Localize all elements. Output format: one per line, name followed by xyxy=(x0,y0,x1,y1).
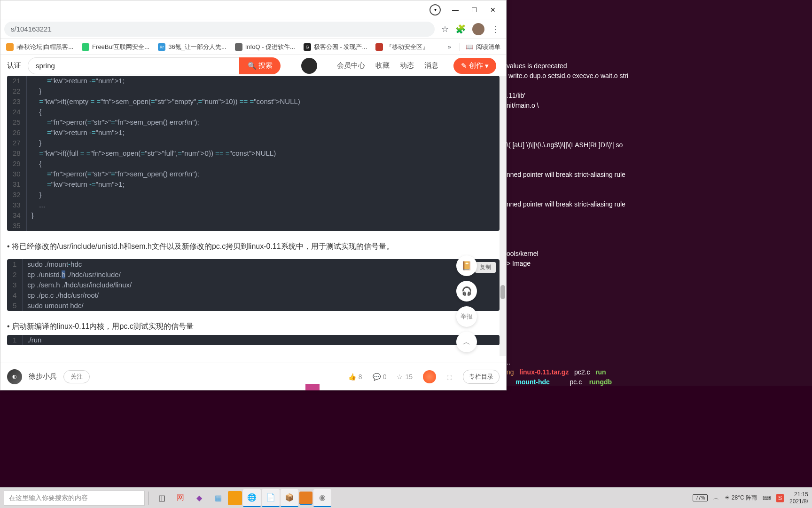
start-search-input[interactable]: 在这里输入你要搜索的内容 xyxy=(4,491,145,506)
term-line xyxy=(507,150,811,160)
term-line xyxy=(507,308,811,318)
taskbar-app-icon[interactable] xyxy=(299,492,312,505)
article-content: 212223242526272829303132333435 ="kw">ret… xyxy=(0,76,506,355)
term-line xyxy=(507,338,811,348)
bookmark-item[interactable]: 『移动安全区』 xyxy=(375,43,429,51)
line-numbers: 1 xyxy=(7,335,23,345)
nav-cert[interactable]: 认证 xyxy=(7,61,21,70)
scrollbar[interactable] xyxy=(500,76,506,356)
term-line xyxy=(507,328,811,338)
line-numbers: 12345 xyxy=(7,259,23,311)
star-stat[interactable]: ☆15 xyxy=(397,373,413,381)
bookmark-item[interactable]: i春秋论坛|白帽黑客... xyxy=(6,43,73,51)
taskbar-app-icon[interactable]: 📦 xyxy=(281,489,298,507)
bookmark-item[interactable]: G极客公园 - 发现产... xyxy=(304,43,367,51)
taskbar-app-icon[interactable]: ▦ xyxy=(209,489,227,507)
column-button[interactable]: 专栏目录 xyxy=(463,370,500,384)
follow-button[interactable]: 关注 xyxy=(63,370,90,383)
scroll-thumb[interactable] xyxy=(500,285,505,299)
terminal-window: values is deprecated write.o dup.o setsi… xyxy=(506,0,812,386)
author-name[interactable]: 徐步小兵 xyxy=(29,372,57,381)
profile-avatar[interactable] xyxy=(472,23,484,35)
url-field[interactable]: s/104163221 xyxy=(4,22,435,37)
taskbar-app-icon[interactable]: ◉ xyxy=(313,489,331,507)
menu-dots-icon[interactable]: ⋮ xyxy=(491,24,500,34)
term-line xyxy=(507,130,811,140)
term-line xyxy=(507,229,811,239)
taskbar-chrome-icon[interactable]: 🌐 xyxy=(243,489,261,507)
bookmark-item[interactable]: InfoQ - 促进软件... xyxy=(235,43,295,51)
copy-button[interactable]: 复制 xyxy=(475,262,496,273)
tray-keyboard-icon[interactable]: ⌨ xyxy=(763,495,771,501)
term-line xyxy=(507,111,811,120)
taskbar-app-icon[interactable] xyxy=(228,491,242,505)
term-line xyxy=(507,348,811,357)
minimize-button[interactable]: — xyxy=(446,3,465,17)
term-line xyxy=(507,180,811,190)
back-to-top-button[interactable]: ︿ xyxy=(456,332,477,352)
term-line: nned pointer will break strict-aliasing … xyxy=(507,170,811,180)
extensions-icon[interactable]: 🧩 xyxy=(455,24,466,34)
nav-favorite[interactable]: 收藏 xyxy=(375,61,390,70)
close-button[interactable]: ✕ xyxy=(484,3,502,17)
bookmark-overflow-icon[interactable]: » xyxy=(448,43,451,50)
notebook-icon: 📔 xyxy=(461,261,472,271)
like-stat[interactable]: 👍8 xyxy=(348,373,362,381)
taskbar-app-icon[interactable]: ◆ xyxy=(190,489,208,507)
comment-icon: 💬 xyxy=(373,373,381,381)
comment-stat[interactable]: 💬0 xyxy=(373,373,387,381)
create-button[interactable]: ✎创作▾ xyxy=(453,58,496,74)
battery-indicator[interactable]: 77% xyxy=(693,494,708,501)
bookmark-item[interactable]: FreeBuf互联网安全... xyxy=(82,43,149,51)
taskbar-app-icon[interactable]: 网 xyxy=(172,489,189,507)
account-indicator-icon[interactable] xyxy=(429,4,441,16)
weather-widget[interactable]: ☀ 28°C 阵雨 xyxy=(725,494,757,502)
nav-dynamic[interactable]: 动态 xyxy=(400,61,414,70)
taskbar-app-icon[interactable]: 📄 xyxy=(262,489,280,507)
task-view-icon[interactable]: ◫ xyxy=(153,489,171,507)
address-bar: s/104163221 ☆ 🧩 ⋮ xyxy=(0,19,506,39)
reward-badge[interactable] xyxy=(423,370,436,383)
code-body[interactable]: ././runrun xyxy=(23,335,500,345)
reading-list-icon: 📖 xyxy=(466,43,473,50)
support-button[interactable]: 🎧 xyxy=(456,281,477,302)
search-input[interactable] xyxy=(28,57,239,74)
search-button[interactable]: 🔍搜索 xyxy=(239,57,281,74)
code-body[interactable]: ="kw">return -="num">1; } ="kw">if((empt… xyxy=(27,76,500,231)
windows-taskbar: 在这里输入你要搜索的内容 ◫ 网 ◆ ▦ 🌐 📄 📦 ◉ 77% ︿ ☀ 28°… xyxy=(0,487,812,508)
term-line xyxy=(507,120,811,130)
search-icon: 🔍 xyxy=(248,62,257,70)
share-button[interactable]: ⬚ xyxy=(446,373,453,381)
term-line xyxy=(507,278,811,288)
notes-button[interactable]: 📔 xyxy=(456,255,477,276)
bookmark-item[interactable]: Kr36氪_让一部分人先... xyxy=(158,43,226,51)
nav-message[interactable]: 消息 xyxy=(424,61,438,70)
term-line xyxy=(507,298,811,308)
tray-ime-icon[interactable]: S xyxy=(776,494,784,502)
tray-chevron-icon[interactable]: ︿ xyxy=(713,494,719,502)
reading-list-button[interactable]: 📖 阅读清单 xyxy=(460,43,500,51)
float-buttons: 📔 🎧 举报 ︿ xyxy=(456,255,477,352)
site-nav: 认证 🔍搜索 会员中心 收藏 动态 消息 ✎创作▾ xyxy=(0,55,506,77)
term-line: values is deprecated xyxy=(507,61,811,71)
line-numbers: 212223242526272829303132333435 xyxy=(7,76,27,231)
user-avatar[interactable] xyxy=(301,58,317,74)
term-line xyxy=(507,219,811,229)
chevron-up-icon: ︿ xyxy=(462,336,471,348)
author-avatar[interactable]: ◐ xyxy=(7,369,22,384)
report-button[interactable]: 举报 xyxy=(456,306,477,327)
article-paragraph: 启动新编译的linux-0.11内核，用pc.c测试实现的信号量 xyxy=(7,311,500,335)
maximize-button[interactable]: ☐ xyxy=(465,3,484,17)
term-line: mount-hdc pc.c rungdb xyxy=(507,377,811,386)
code-body[interactable]: sudo ./mount-hdccp ./unistd.h ./hdc/usr/… xyxy=(23,259,500,311)
nav-member[interactable]: 会员中心 xyxy=(337,61,365,70)
clock[interactable]: 21:15 2021/8/ xyxy=(789,491,808,505)
star-icon: ☆ xyxy=(397,373,403,381)
term-line: write.o dup.o setsid.o execve.o wait.o s… xyxy=(507,71,811,81)
term-line xyxy=(507,160,811,170)
bookmark-star-icon[interactable]: ☆ xyxy=(441,24,449,34)
bookmarks-bar: i春秋论坛|白帽黑客... FreeBuf互联网安全... Kr36氪_让一部分… xyxy=(0,39,506,55)
term-line: .11/lib' xyxy=(507,91,811,101)
article-footer: ◐ 徐步小兵 关注 👍8 💬0 ☆15 ⬚ 专栏目录 xyxy=(0,363,506,390)
chevron-down-icon: ▾ xyxy=(485,62,489,70)
